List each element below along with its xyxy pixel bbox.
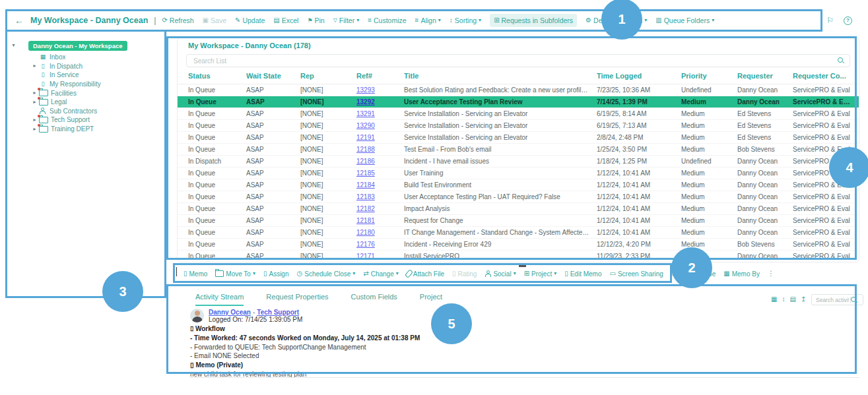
- pin-flag-icon[interactable]: [826, 16, 834, 24]
- column-header[interactable]: Priority: [681, 72, 737, 80]
- table-row[interactable]: In Queue ASAP [NONE] 12188 Test Email - …: [178, 144, 859, 156]
- table-row[interactable]: In Queue ASAP [NONE] 13292 User Acceptan…: [178, 96, 859, 108]
- tree-item[interactable]: In Service: [8, 71, 165, 80]
- table-row[interactable]: In Queue ASAP [NONE] 12181 Request for C…: [178, 215, 859, 227]
- table-row[interactable]: In Queue ASAP [NONE] 12176 Incident - Re…: [178, 239, 859, 251]
- caret-right-icon[interactable]: [30, 127, 39, 132]
- ref-link[interactable]: 12185: [356, 169, 375, 177]
- ref-link[interactable]: 12183: [356, 193, 375, 200]
- column-header[interactable]: Time Logged: [597, 72, 681, 80]
- caret-right-icon[interactable]: [30, 63, 39, 69]
- action-button[interactable]: Attach File: [407, 270, 444, 278]
- activity-section-title: Workflow: [195, 325, 225, 332]
- export-icon[interactable]: [801, 296, 806, 303]
- column-header[interactable]: Title: [404, 72, 597, 80]
- table-row[interactable]: In Queue ASAP [NONE] 13290 Service Insta…: [178, 120, 859, 132]
- tree-item[interactable]: Facilities: [8, 88, 165, 98]
- column-header[interactable]: Rep: [300, 72, 356, 80]
- table-row[interactable]: In Queue ASAP [NONE] 12180 IT Change Man…: [178, 227, 859, 239]
- document-icon: [190, 326, 193, 332]
- action-button[interactable]: [768, 270, 776, 277]
- tree-item[interactable]: In Dispatch: [8, 62, 165, 71]
- list-search-input[interactable]: [192, 57, 838, 65]
- table-row[interactable]: In Queue ASAP [NONE] 12184 Build Test En…: [178, 179, 859, 191]
- ref-link[interactable]: 12184: [356, 181, 375, 189]
- table-row[interactable]: In Queue ASAP [NONE] 12182 Impact Analys…: [178, 203, 859, 215]
- action-button[interactable]: Assign: [263, 270, 289, 278]
- caret-right-icon[interactable]: [30, 100, 39, 105]
- activity-queue-link[interactable]: Tech Support: [257, 309, 299, 316]
- ref-link[interactable]: 12186: [356, 158, 375, 165]
- toolbar-button[interactable]: Customize: [368, 16, 406, 24]
- ref-link[interactable]: 12176: [356, 241, 375, 248]
- sort-icon[interactable]: [782, 296, 785, 303]
- tree-item[interactable]: Danny Ocean - My Workspace: [8, 40, 165, 51]
- tree-item[interactable]: My Responsibility: [8, 80, 165, 89]
- search-icon[interactable]: [838, 57, 844, 64]
- tree-item[interactable]: Sub Contractors: [8, 107, 165, 116]
- table-row[interactable]: In Queue ASAP [NONE] 12185 User Training…: [178, 167, 859, 179]
- tab[interactable]: Project: [420, 293, 442, 306]
- toolbar-button[interactable]: Update: [235, 16, 265, 24]
- tab[interactable]: Activity Stream: [195, 293, 244, 306]
- help-icon[interactable]: [844, 16, 852, 25]
- caret-down-icon[interactable]: [9, 43, 18, 48]
- toolbar-button[interactable]: Align: [415, 16, 441, 24]
- ref-link[interactable]: 12171: [356, 253, 375, 260]
- activity-search-input[interactable]: [815, 296, 850, 304]
- toolbar-button[interactable]: Save: [203, 16, 226, 24]
- ref-link[interactable]: 13292: [356, 98, 375, 106]
- column-header[interactable]: Ref#: [356, 72, 404, 80]
- action-button[interactable]: Edit Memo: [564, 270, 601, 278]
- table-row[interactable]: In Dispatch ASAP [NONE] 12186 Incident -…: [178, 156, 859, 167]
- action-button[interactable]: Memo By: [723, 270, 760, 278]
- toolbar-button[interactable]: Excel: [273, 16, 298, 24]
- ref-link[interactable]: 12181: [356, 217, 375, 224]
- ref-link[interactable]: 12182: [356, 205, 375, 212]
- toolbar-button[interactable]: Pin: [307, 16, 324, 24]
- toolbar-button[interactable]: Filter: [333, 16, 360, 24]
- tree-item[interactable]: Tech Support: [8, 115, 165, 125]
- ref-link[interactable]: 13293: [356, 86, 375, 94]
- ref-link[interactable]: 13291: [356, 110, 375, 117]
- ref-link[interactable]: 12188: [356, 146, 375, 153]
- column-header[interactable]: Status: [188, 72, 246, 80]
- table-row[interactable]: In Queue ASAP [NONE] 12171 Install Servi…: [178, 251, 859, 262]
- table-row[interactable]: In Queue ASAP [NONE] 13291 Service Insta…: [178, 108, 859, 120]
- cell-status: In Queue: [188, 134, 246, 141]
- action-button[interactable]: Rating: [452, 270, 477, 278]
- toolbar-button[interactable]: Sorting: [450, 16, 481, 24]
- tab[interactable]: Custom Fields: [351, 293, 397, 306]
- column-header[interactable]: Wait State: [246, 72, 300, 80]
- table-row[interactable]: In Queue ASAP [NONE] 13293 Best Solution…: [178, 84, 859, 96]
- search-icon[interactable]: [850, 297, 860, 303]
- tab[interactable]: Request Properties: [266, 293, 328, 306]
- action-button[interactable]: Schedule Close: [296, 270, 355, 278]
- caret-right-icon[interactable]: [30, 90, 39, 96]
- toolbar-button[interactable]: Requests in Subfolders: [490, 14, 577, 27]
- cell-requester-company: ServicePRO & Eval: [793, 98, 859, 106]
- table-row[interactable]: In Queue ASAP [NONE] 12183 User Acceptan…: [178, 191, 859, 203]
- tree-item[interactable]: Training DEPT: [8, 125, 165, 134]
- toolbar-button[interactable]: Queue Folders: [655, 16, 714, 24]
- column-header[interactable]: Requester Co...: [793, 72, 859, 80]
- tree-item[interactable]: Inbox: [8, 53, 165, 62]
- activity-user-link[interactable]: Danny Ocean: [209, 309, 251, 316]
- tree-item[interactable]: Legal: [8, 98, 165, 107]
- action-button[interactable]: Project: [524, 270, 557, 278]
- ref-link[interactable]: 13290: [356, 122, 375, 129]
- action-button[interactable]: Social: [484, 270, 516, 278]
- ref-link[interactable]: 12180: [356, 229, 375, 236]
- print-icon[interactable]: [789, 296, 795, 303]
- table-row[interactable]: In Queue ASAP [NONE] 12191 Service Insta…: [178, 132, 859, 144]
- back-arrow-icon[interactable]: [15, 16, 24, 25]
- caret-right-icon[interactable]: [30, 117, 39, 123]
- action-button[interactable]: Change: [363, 270, 398, 278]
- action-button[interactable]: Screen Sharing: [610, 270, 663, 278]
- action-button[interactable]: Move To: [215, 270, 255, 278]
- action-button[interactable]: Memo: [184, 270, 207, 278]
- grid-icon[interactable]: [771, 296, 777, 303]
- column-header[interactable]: Requester: [737, 72, 793, 80]
- toolbar-button[interactable]: Refresh: [162, 16, 193, 24]
- ref-link[interactable]: 12191: [356, 134, 375, 141]
